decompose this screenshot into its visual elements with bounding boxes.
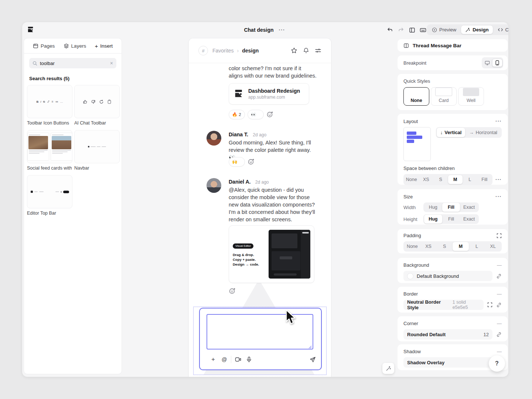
tab-design[interactable]: Design — [461, 25, 492, 34]
padding-s[interactable]: S — [436, 242, 453, 251]
padding-xs[interactable]: XS — [420, 242, 437, 251]
shadow-token-button[interactable]: Shadow Overlay — [403, 357, 502, 368]
ai-wand-button[interactable] — [382, 363, 394, 374]
space-xs[interactable]: XS — [419, 175, 434, 184]
quick-style-well[interactable]: Well — [458, 87, 484, 106]
tab-pages[interactable]: Pages — [33, 43, 55, 49]
border-style-detail: 1 solid e5e5e5 — [453, 300, 480, 310]
resize-handle[interactable] — [308, 345, 312, 349]
list-item[interactable]: BIS ≡≔… Toolbar Icon Buttons — [27, 85, 72, 126]
corner-radius-value: 12 — [484, 332, 489, 337]
thumbs-up-icon — [83, 99, 88, 104]
subframe-logo-icon[interactable] — [27, 26, 34, 33]
padding-m[interactable]: M — [453, 242, 469, 251]
link-token-icon[interactable] — [496, 273, 502, 279]
help-button[interactable]: ? — [489, 355, 505, 372]
sliders-icon[interactable] — [315, 47, 321, 54]
padding-l[interactable]: L — [469, 242, 485, 251]
message-textarea[interactable] — [207, 314, 313, 349]
breakpoint-mobile-button[interactable] — [492, 59, 502, 67]
list-item[interactable]: Social feed cards with... — [27, 130, 72, 171]
mic-button[interactable] — [245, 355, 253, 364]
bell-icon[interactable] — [303, 47, 309, 54]
phone-icon — [495, 60, 499, 65]
width-exact[interactable]: Exact — [460, 203, 478, 212]
space-none[interactable]: None — [404, 175, 419, 184]
send-button[interactable] — [308, 355, 317, 364]
width-fill[interactable]: Fill — [442, 203, 460, 212]
height-label: Height — [403, 216, 419, 222]
height-exact[interactable]: Exact — [460, 215, 478, 224]
padding-sides-icon[interactable] — [497, 233, 502, 238]
link-token-icon[interactable] — [496, 302, 502, 308]
thread-message-bar-component[interactable]: + @ — [199, 308, 322, 370]
sender-name[interactable]: Diana T. — [229, 132, 248, 137]
document-menu-button[interactable]: ··· — [279, 27, 285, 33]
remove-border-button[interactable]: — — [497, 291, 502, 297]
background-token-button[interactable]: Default Background — [403, 271, 492, 281]
padding-none[interactable]: None — [404, 242, 420, 251]
remove-background-button[interactable]: — — [497, 262, 502, 268]
image-attachment[interactable]: Visual Editor Drag & drop. Copy + paste.… — [229, 225, 314, 283]
padding-xl[interactable]: XL — [485, 242, 501, 251]
code-icon — [498, 27, 503, 32]
layout-horizontal-button[interactable]: → Horizontal — [465, 128, 501, 137]
app-window: Chat design ··· Preview Des — [22, 22, 508, 377]
link-glyph-icon — [47, 100, 50, 103]
shadow-style-name: Shadow Overlay — [407, 360, 444, 365]
list-item[interactable]: Navbar — [74, 130, 119, 171]
remove-corner-button[interactable]: — — [497, 321, 502, 326]
redo-button[interactable] — [396, 25, 406, 35]
height-hug[interactable]: Hug — [424, 215, 442, 224]
clear-search-button[interactable]: × — [110, 60, 113, 66]
size-more-button[interactable]: ··· — [495, 194, 502, 200]
space-l[interactable]: L — [463, 175, 477, 184]
reaction-pill[interactable]: 🔥 2 — [229, 110, 245, 119]
breadcrumb-parent[interactable]: Favorites — [212, 48, 234, 54]
tab-insert[interactable]: + Insert — [95, 43, 113, 49]
section-title: Quick Styles — [403, 78, 502, 84]
add-reaction-button[interactable] — [229, 287, 236, 295]
star-icon[interactable] — [291, 47, 297, 54]
add-attachment-button[interactable]: + — [209, 355, 218, 364]
avatar[interactable] — [207, 131, 221, 146]
space-s[interactable]: S — [433, 175, 448, 184]
remove-shadow-button[interactable]: — — [497, 349, 502, 354]
reaction-pill[interactable]: 👀 — [248, 110, 264, 119]
border-sides-icon[interactable] — [487, 302, 492, 307]
link-token-icon[interactable] — [496, 332, 502, 337]
layout-more-button[interactable]: ··· — [495, 118, 502, 124]
play-circle-icon — [432, 27, 437, 33]
undo-button[interactable] — [385, 25, 395, 35]
space-more-button[interactable]: ··· — [495, 177, 502, 183]
breakpoint-desktop-button[interactable] — [482, 59, 492, 66]
video-button[interactable] — [233, 355, 242, 364]
list-item[interactable]: Editor Top Bar — [27, 175, 72, 216]
link-url: app.subframe.com — [248, 95, 300, 100]
toggle-left-panel-button[interactable] — [407, 25, 417, 35]
sender-name[interactable]: Daniel A. — [229, 179, 250, 185]
mention-button[interactable]: @ — [220, 355, 229, 364]
add-reaction-button[interactable] — [248, 158, 255, 166]
reaction-pill[interactable]: 🙌 — [229, 157, 245, 167]
layout-vertical-button[interactable]: ↓ Vertical — [437, 128, 466, 137]
list-item[interactable]: AI Chat Toolbar — [74, 85, 119, 126]
avatar[interactable] — [207, 178, 221, 193]
corner-token-button[interactable]: Rounded Default 12 — [403, 329, 492, 340]
space-m[interactable]: M — [448, 175, 463, 184]
tab-code[interactable]: Code — [494, 25, 508, 34]
border-token-button[interactable]: Neutral Border Style 1 solid e5e5e5 — [403, 300, 484, 310]
link-preview-card[interactable]: Dashboard Redesign app.subframe.com — [229, 83, 309, 105]
feed-photo — [28, 136, 48, 149]
height-fill[interactable]: Fill — [442, 215, 460, 224]
channel-header: # Favorites › design — [189, 38, 331, 63]
search-input[interactable]: toolbar × — [29, 58, 116, 68]
tab-preview[interactable]: Preview — [428, 25, 460, 34]
quick-style-none[interactable]: None — [403, 87, 429, 106]
space-between-children-label: Space between children — [403, 166, 502, 171]
tab-layers[interactable]: Layers — [64, 43, 86, 49]
width-hug[interactable]: Hug — [424, 203, 442, 212]
add-reaction-button[interactable] — [266, 111, 274, 118]
quick-style-card[interactable]: Card — [431, 87, 457, 106]
space-fill[interactable]: Fill — [477, 175, 492, 184]
